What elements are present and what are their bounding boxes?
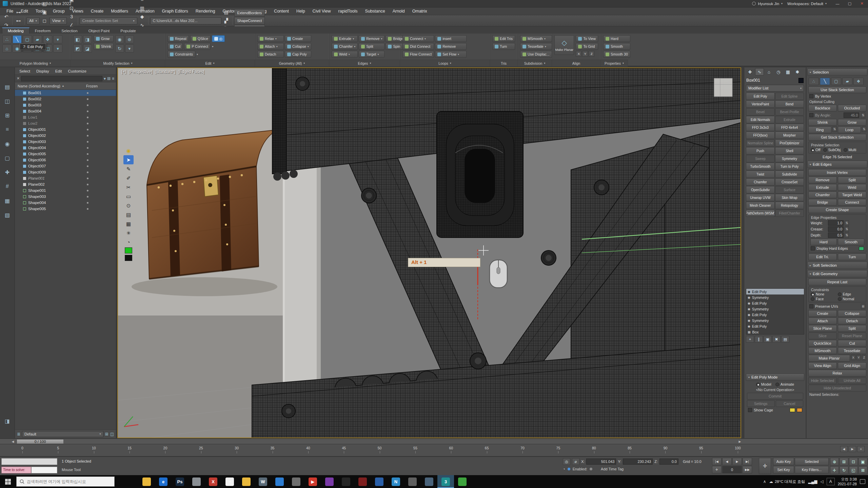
column-header-name[interactable]: Name (Sorted Ascending) <box>18 84 60 88</box>
network-icon[interactable]: ▂▄▆ <box>808 479 817 484</box>
align-y-button[interactable]: Y <box>582 51 588 57</box>
qslice-button[interactable]: QSlice <box>190 35 211 42</box>
modifier-button[interactable]: Bevel Profile <box>775 108 804 116</box>
side-tool-icon[interactable]: ▧ <box>1 208 14 222</box>
prev-key-icon[interactable]: ◀ <box>840 446 848 452</box>
frozen-dot-icon[interactable] <box>87 196 88 198</box>
viewport-nav-icon[interactable]: ⊡ <box>849 458 858 466</box>
taskbar-app-button[interactable] <box>321 475 338 488</box>
cage-color-swatch[interactable] <box>790 408 795 412</box>
visibility-icon[interactable]: ◉ <box>748 313 750 317</box>
panel-button[interactable]: Weld <box>838 184 866 191</box>
ring-spinner[interactable]: ⇅ <box>832 126 837 132</box>
menu-item[interactable]: Civil View <box>309 7 335 15</box>
preview-multi-radio[interactable]: Multi <box>844 148 856 152</box>
search-config-icon[interactable]: ⊞ <box>107 76 111 81</box>
taskbar-app-button[interactable] <box>138 475 155 488</box>
repeat-last-button[interactable]: Repeat Last <box>808 279 866 285</box>
visibility-icon[interactable]: ◉ <box>748 307 750 311</box>
selection-set-dropdown[interactable]: Selected <box>795 458 829 465</box>
taskbar-app-button[interactable] <box>188 475 205 488</box>
panel-button[interactable]: Split <box>838 325 866 332</box>
scene-object-row[interactable]: Box004 <box>15 108 116 114</box>
taskbar-app-button[interactable] <box>454 475 471 488</box>
toolbar-icon[interactable]: ⊶ <box>14 8 23 17</box>
align-x-button[interactable]: X <box>576 51 581 57</box>
user-account[interactable]: Hyunsuk Jin▾ <box>752 2 783 6</box>
hard-edge-color-swatch[interactable] <box>859 247 864 250</box>
panel-button[interactable]: Chamfer <box>808 191 837 198</box>
panel-button[interactable]: Grid Align <box>838 362 866 369</box>
object-name-field[interactable]: Box001 <box>746 78 796 83</box>
rollout-header[interactable]: ▾Edit Poly Mode <box>746 373 804 381</box>
modifier-button[interactable]: Turn to Poly <box>775 163 804 170</box>
modifier-button[interactable]: Chamfer <box>746 178 775 186</box>
ribbon-panel-label[interactable]: Align <box>552 60 600 66</box>
clear-search-icon[interactable]: ✕ <box>17 76 20 81</box>
constraint-radio[interactable]: Normal <box>838 297 864 301</box>
modifier-button[interactable]: VertexPaint <box>746 100 775 108</box>
ribbon-tab[interactable]: Freeform <box>29 28 56 34</box>
toolbar-icon[interactable]: ▞ <box>222 17 231 25</box>
viewport-nav-icon[interactable]: ⊕ <box>830 458 839 466</box>
modifier-button[interactable]: FFD(box) <box>746 131 775 139</box>
panel-button[interactable]: Hide Selected <box>808 377 837 384</box>
to-grid-button[interactable]: To Grid <box>576 43 598 50</box>
listener-input-field[interactable] <box>31 467 57 473</box>
next-key-icon[interactable]: ▶ <box>849 446 856 452</box>
ribbon-panel-label[interactable]: Tris <box>490 60 517 66</box>
overlay-tool-icon[interactable]: ◔ <box>123 238 134 247</box>
panel-button[interactable]: Hide Unselected <box>808 385 866 391</box>
ribbon-button[interactable]: Edit Tris <box>492 35 515 42</box>
edit-tri-button[interactable]: Edit Tri. <box>808 253 837 260</box>
frozen-dot-icon[interactable] <box>87 171 88 173</box>
overlay-tool-icon[interactable]: ▤ <box>123 210 134 219</box>
ribbon-button[interactable]: Remove▾ <box>435 43 467 50</box>
ribbon-button[interactable]: Set Flow▾ <box>435 51 467 58</box>
viewport-header-label[interactable]: [+] <box>121 69 126 74</box>
ribbon-tab[interactable]: Selection <box>56 28 83 34</box>
preserve-uvs-checkbox[interactable] <box>809 304 813 308</box>
constraints-dropdown[interactable]: Constraints <box>167 51 195 58</box>
command-panel-tab-icon[interactable]: ∿ <box>755 68 764 76</box>
planar-x-button[interactable]: X <box>851 355 855 360</box>
taskbar-app-button[interactable]: N <box>388 475 404 488</box>
get-stack-selection-button[interactable]: Get Stack Selection <box>808 134 866 141</box>
menu-item[interactable]: Omatrix <box>409 7 431 15</box>
scene-object-row[interactable]: Box002 <box>15 96 116 102</box>
ribbon-tab[interactable]: Object Paint <box>83 28 115 34</box>
frozen-dot-icon[interactable] <box>87 98 88 100</box>
panel-button[interactable]: View Align <box>808 362 837 369</box>
ribbon-button[interactable]: Hard <box>603 35 630 42</box>
playback-button[interactable]: ▶ <box>732 458 742 465</box>
taskbar-app-button[interactable]: ◔ <box>221 475 238 488</box>
ribbon-button[interactable]: Smooth 30 <box>603 51 630 58</box>
modifier-stack-row[interactable]: ◉ Symmetry <box>746 306 804 312</box>
panel-button[interactable]: Target Weld <box>838 191 866 198</box>
outline-icon[interactable]: ⊚ <box>125 35 134 43</box>
modifier-button[interactable]: Extrude <box>775 116 804 123</box>
taskbar-app-button[interactable] <box>271 475 288 488</box>
preserve-uvs-settings[interactable]: ⊞ <box>861 304 865 309</box>
loop-mode-icon[interactable]: ◧ <box>73 35 82 43</box>
occluded-button[interactable]: Occluded <box>838 105 866 111</box>
menu-item[interactable]: Substance <box>361 7 389 15</box>
y-coordinate-field[interactable]: 230.243 <box>623 459 653 465</box>
windows-start-button[interactable] <box>0 475 16 488</box>
overlay-tool-icon[interactable]: ✂ <box>123 183 134 192</box>
panel-button[interactable]: Cut <box>838 340 866 347</box>
overlay-tool-icon[interactable]: ➤ <box>123 155 134 164</box>
ribbon-button[interactable]: Use Displac...▾ <box>520 51 552 58</box>
panel-button[interactable]: Detach <box>838 318 866 324</box>
ribbon-button[interactable]: Cap Poly▾ <box>285 51 311 58</box>
object-color-swatch[interactable] <box>798 78 804 83</box>
selection-rollout-header[interactable]: ▾Selection <box>807 68 867 76</box>
frozen-dot-icon[interactable] <box>87 159 88 161</box>
smooth-button[interactable]: Smooth <box>838 239 864 245</box>
panel-button[interactable]: Tessellate <box>838 347 866 354</box>
weather-widget[interactable]: ☁28°C 대체로 흐림 <box>769 479 805 484</box>
panel-button[interactable]: MSmooth <box>808 347 837 354</box>
taskbar-app-button[interactable]: 3 <box>437 475 454 488</box>
grow-button[interactable]: Grow <box>94 35 114 42</box>
visibility-icon[interactable]: ◉ <box>748 296 750 299</box>
